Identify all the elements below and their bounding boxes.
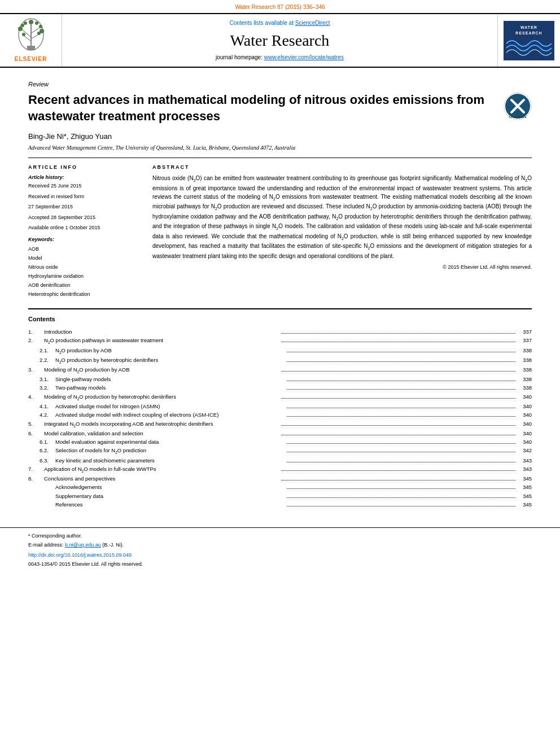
history-label: Article history: xyxy=(28,174,141,181)
toc-item-4: 4. Modeling of N2O production by heterot… xyxy=(28,393,532,401)
keyword-heterotrophic: Heterotrophic denitrification xyxy=(28,290,141,299)
corresponding-note: * Corresponding author. xyxy=(28,532,532,540)
email-line: E-mail address: b.ni@uq.edu.au (B.-J. Ni… xyxy=(28,541,532,549)
toc-item-1: 1. Introduction 337 xyxy=(28,328,532,335)
doi-link[interactable]: http://dx.doi.org/10.1016/j.watres.2015.… xyxy=(28,552,532,559)
svg-point-12 xyxy=(39,25,42,28)
svg-point-10 xyxy=(29,20,33,24)
keyword-model: Model xyxy=(28,254,141,263)
svg-point-11 xyxy=(35,21,38,25)
toc-item-6-3: 6.3. Key kinetic and stoichiometric para… xyxy=(28,457,532,464)
svg-point-9 xyxy=(24,21,27,25)
citation-text: Water Research 87 (2015) 336–346 xyxy=(235,4,325,10)
toc-item-2: 2. N2O production pathways in wastewater… xyxy=(28,337,532,345)
email-label: E-mail address: xyxy=(28,542,64,548)
authors-text: Bing-Jie Ni*, Zhiguo Yuan xyxy=(28,132,112,141)
article-info-label: Article Info xyxy=(28,164,77,170)
copyright-text: © 2015 Elsevier Ltd. All rights reserved… xyxy=(152,264,532,271)
email-suffix: (B.-J. Ni). xyxy=(102,542,124,548)
contents-title: Contents xyxy=(28,315,532,324)
keywords-label: Keywords: xyxy=(28,236,141,243)
toc-item-8: 8. Conclusions and perspectives 345 xyxy=(28,475,532,482)
authors: Bing-Jie Ni*, Zhiguo Yuan xyxy=(28,132,532,142)
issn-text: 0043-1354/© 2015 Elsevier Ltd. All right… xyxy=(28,561,532,568)
toc-item-3-1: 3.1. Single-pathway models 338 xyxy=(28,375,532,383)
toc-item-2-2: 2.2. N2O production by heterotrophic den… xyxy=(28,356,532,365)
svg-text:WATER: WATER xyxy=(520,25,537,29)
toc-item-4-2: 4.2. Activated sludge model with indirec… xyxy=(28,411,532,418)
two-column-section: Article Info Article history: Received 2… xyxy=(28,158,532,299)
crossmark-logo: CrossMark xyxy=(504,92,532,120)
contents-section: Contents 1. Introduction 337 2. N2O prod… xyxy=(28,308,532,509)
author-affiliation: Advanced Water Management Centre, The Un… xyxy=(28,144,532,152)
keyword-aob: AOB xyxy=(28,244,141,254)
footer: * Corresponding author. E-mail address: … xyxy=(0,527,560,573)
water-research-logo-container: WATER RESEARCH xyxy=(498,14,560,67)
abstract-text: Nitrous oxide (N2O) can be emitted from … xyxy=(152,174,532,260)
toc-item-3: 3. Modeling of N2O production by AOB 338 xyxy=(28,366,532,374)
toc-item-6-2: 6.2. Selection of models for N2O predict… xyxy=(28,447,532,455)
svg-text:RESEARCH: RESEARCH xyxy=(515,31,542,35)
journal-homepage-line: journal homepage: www.elsevier.com/locat… xyxy=(216,54,344,62)
article-info-header: Article Info xyxy=(28,164,141,171)
svg-point-14 xyxy=(22,33,25,36)
water-research-logo: WATER RESEARCH xyxy=(504,21,554,60)
toc-item-3-2: 3.2. Two-pathway models 338 xyxy=(28,384,532,391)
journal-header: ELSEVIER Contents lists available at Sci… xyxy=(0,13,560,68)
toc-item-6-1: 6.1. Model evaluation against experiment… xyxy=(28,438,532,445)
article-type: Review xyxy=(28,80,532,89)
keyword-hydroxylamine: Hydroxylamine oxidation xyxy=(28,272,141,281)
homepage-label: journal homepage: xyxy=(216,54,262,60)
elsevier-brand-text: ELSEVIER xyxy=(15,55,47,63)
keywords-list: AOB Model Nitrous oxide Hydroxylamine ox… xyxy=(28,244,141,299)
abstract-column: Abstract Nitrous oxide (N2O) can be emit… xyxy=(152,164,532,299)
toc-item-2-1: 2.1. N2O production by AOB 338 xyxy=(28,347,532,355)
abstract-label: Abstract xyxy=(152,164,190,170)
homepage-link[interactable]: www.elsevier.com/locate/watres xyxy=(264,54,344,60)
elsevier-logo-container: ELSEVIER xyxy=(0,14,62,67)
svg-point-8 xyxy=(21,24,24,27)
svg-point-7 xyxy=(18,27,23,31)
toc-item-supplementary: Supplementary data 345 xyxy=(28,492,532,500)
accepted-date: Accepted 28 September 2015 xyxy=(28,214,141,221)
journal-title: Water Research xyxy=(230,29,330,51)
toc-item-6: 6. Model calibration, validation and sel… xyxy=(28,430,532,437)
keyword-nitrous-oxide: Nitrous oxide xyxy=(28,263,141,272)
toc-item-acknowledgements: Acknowledgements 345 xyxy=(28,483,532,491)
page: Water Research 87 (2015) 336–346 xyxy=(0,0,560,747)
science-direct-line: Contents lists available at ScienceDirec… xyxy=(230,19,330,27)
science-direct-prefix: Contents lists available at xyxy=(230,20,294,26)
toc-item-7: 7. Application of N2O models in full-sca… xyxy=(28,465,532,474)
crossmark-icon: CrossMark xyxy=(504,92,532,120)
science-direct-link-text[interactable]: ScienceDirect xyxy=(295,20,330,26)
toc-list: 1. Introduction 337 2. N2O production pa… xyxy=(28,328,532,508)
svg-point-15 xyxy=(37,32,41,35)
elsevier-tree-icon xyxy=(6,18,56,54)
content-body: Review Recent advances in mathematical m… xyxy=(0,68,560,516)
keyword-aob-denitrification: AOB denitrification xyxy=(28,281,141,290)
revised-date: 27 September 2015 xyxy=(28,203,141,211)
article-title-text: Recent advances in mathematical modeling… xyxy=(28,92,504,124)
available-date: Available online 1 October 2015 xyxy=(28,224,141,231)
citation-bar: Water Research 87 (2015) 336–346 xyxy=(0,0,560,13)
received-date: Received 25 June 2015 xyxy=(28,182,141,190)
revised-label: Received in revised form xyxy=(28,193,141,200)
article-info-column: Article Info Article history: Received 2… xyxy=(28,164,141,299)
toc-item-references: References 345 xyxy=(28,501,532,508)
article-title-section: Recent advances in mathematical modeling… xyxy=(28,92,532,124)
email-address[interactable]: b.ni@uq.edu.au xyxy=(65,542,101,548)
journal-info-center: Contents lists available at ScienceDirec… xyxy=(62,14,498,67)
abstract-header: Abstract xyxy=(152,164,532,171)
svg-text:CrossMark: CrossMark xyxy=(509,115,527,119)
toc-item-4-1: 4.1. Activated sludge model for nitrogen… xyxy=(28,403,532,410)
toc-item-5: 5. Integrated N2O models incorporating A… xyxy=(28,420,532,429)
svg-line-6 xyxy=(31,34,38,39)
